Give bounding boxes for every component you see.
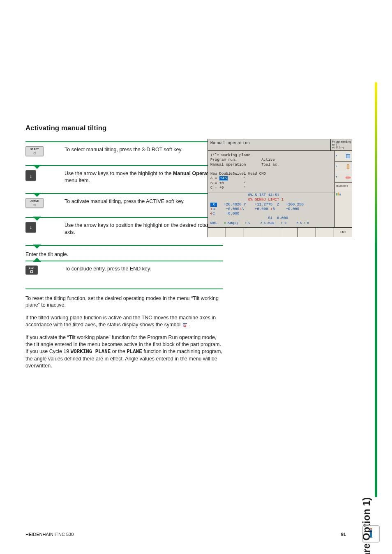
screen-status-area: 0% S-IST 14:51 0% SENmJ LIMIT 1 X +20.40… <box>208 192 334 227</box>
softkey-active[interactable]: ACTIVE ⟲ <box>25 198 44 208</box>
softkey-graphic: ⟲ <box>33 151 36 155</box>
continuation-arrow-icon <box>33 258 41 262</box>
softkey-label: ACTIVE <box>30 200 39 202</box>
tilted-plane-symbol-icon <box>182 322 188 328</box>
step-text: To activate manual tilting, press the AC… <box>65 198 223 208</box>
softkey-slot[interactable] <box>226 228 244 237</box>
divider <box>25 289 223 289</box>
pane-s[interactable]: S <box>334 161 352 172</box>
page-footer: HEIDENHAIN iTNC 530 91 <box>25 532 346 537</box>
chapter-tab: 2.5 Tilting the Working Plane (Software … <box>357 82 371 497</box>
divider <box>25 245 223 246</box>
softkey-slot[interactable] <box>244 228 262 237</box>
body-paragraph: To reset the tilting function, set the d… <box>25 295 223 309</box>
screen-title: Manual operation <box>208 139 330 150</box>
screen-text-area: Tilt working plane Program run: Active M… <box>208 150 334 192</box>
screen-right-panes: M S T DIAGNOSIS <box>334 150 352 227</box>
svg-rect-8 <box>338 193 339 196</box>
arrow-down-key[interactable]: ↓ <box>25 222 36 233</box>
instruction-line: Enter the tilt angle. <box>25 252 280 257</box>
softkey-graphic: ⟲ <box>33 203 36 207</box>
softkey-slot[interactable] <box>297 228 316 237</box>
softkey-label: 3D ROT <box>30 148 39 150</box>
info-icon[interactable]: i <box>362 525 380 542</box>
softkey-slot[interactable] <box>316 228 334 237</box>
end-key-square-icon <box>30 270 33 273</box>
section-heading: Activating manual tilting <box>25 124 280 132</box>
step-row: END To conclude entry, press the END key… <box>25 261 223 284</box>
softkey-end[interactable]: END <box>334 228 352 237</box>
svg-rect-7 <box>336 193 338 196</box>
screen-softkey-bar: END <box>208 227 352 237</box>
svg-rect-5 <box>347 164 349 169</box>
end-key[interactable]: END <box>25 265 38 275</box>
screen-mini-mode: Programming and editing <box>330 139 352 150</box>
softkey-slot[interactable] <box>280 228 298 237</box>
pane-graphic <box>334 190 352 227</box>
end-key-label: END <box>29 267 35 270</box>
step-text: Use the arrow keys to move the highlight… <box>65 170 223 184</box>
pane-m[interactable]: M <box>334 150 352 161</box>
svg-rect-9 <box>339 194 341 195</box>
softkey-slot[interactable] <box>208 228 226 237</box>
arrow-down-icon: ↓ <box>30 173 32 179</box>
pane-diagnosis[interactable]: DIAGNOSIS <box>334 182 352 190</box>
arrow-down-key[interactable]: ↓ <box>25 170 36 181</box>
arrow-down-icon: ↓ <box>30 224 32 230</box>
tab-stripe <box>375 82 377 497</box>
step-row: ↓ Use the arrow keys to move the highlig… <box>25 165 223 193</box>
step-text: Use the arrow keys to position the highl… <box>65 222 223 236</box>
body-paragraph: If you activate the “Tilt working plane”… <box>25 334 223 369</box>
info-icon-dot <box>370 528 372 530</box>
page-number: 91 <box>341 532 346 537</box>
footer-product: HEIDENHAIN iTNC 530 <box>25 532 74 537</box>
pane-t[interactable]: T <box>334 172 352 182</box>
body-paragraph: If the tilted working plane function is … <box>25 314 223 328</box>
step-row: 3D ROT ⟲ To select manual tilting, press… <box>25 141 223 165</box>
step-text: To conclude entry, press the END key. <box>65 265 223 275</box>
step-text: To select manual tilting, press the 3-D … <box>65 146 223 156</box>
control-screenshot: Manual operation Programming and editing… <box>208 139 352 237</box>
svg-rect-4 <box>346 154 350 158</box>
softkey-3d-rot[interactable]: 3D ROT ⟲ <box>25 146 44 156</box>
instruction-table: 3D ROT ⟲ To select manual tilting, press… <box>25 141 223 246</box>
softkey-slot[interactable] <box>262 228 280 237</box>
svg-rect-6 <box>346 177 350 178</box>
step-row: ↓ Use the arrow keys to position the hig… <box>25 217 223 245</box>
step-row: ACTIVE ⟲ To activate manual tilting, pre… <box>25 193 223 217</box>
